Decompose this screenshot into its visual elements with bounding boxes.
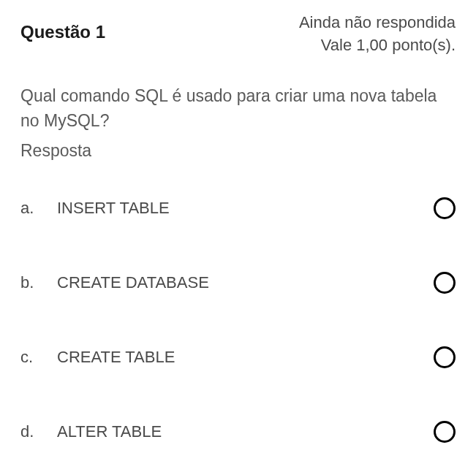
option-letter: d. bbox=[20, 422, 57, 441]
option-text: ALTER TABLE bbox=[57, 422, 162, 441]
option-left: a. INSERT TABLE bbox=[20, 199, 170, 218]
option-text: INSERT TABLE bbox=[57, 199, 170, 218]
option-left: d. ALTER TABLE bbox=[20, 422, 162, 441]
option-c[interactable]: c. CREATE TABLE bbox=[20, 346, 456, 368]
radio-icon[interactable] bbox=[434, 421, 456, 443]
option-left: c. CREATE TABLE bbox=[20, 348, 175, 367]
option-letter: a. bbox=[20, 199, 57, 218]
option-d[interactable]: d. ALTER TABLE bbox=[20, 421, 456, 443]
status-not-answered: Ainda não respondida bbox=[299, 12, 456, 34]
option-text: CREATE TABLE bbox=[57, 348, 175, 367]
option-letter: c. bbox=[20, 348, 57, 367]
radio-icon[interactable] bbox=[434, 197, 456, 219]
option-left: b. CREATE DATABASE bbox=[20, 273, 209, 292]
radio-icon[interactable] bbox=[434, 346, 456, 368]
radio-icon[interactable] bbox=[434, 272, 456, 294]
option-text: CREATE DATABASE bbox=[57, 273, 209, 292]
option-a[interactable]: a. INSERT TABLE bbox=[20, 197, 456, 219]
option-b[interactable]: b. CREATE DATABASE bbox=[20, 272, 456, 294]
option-letter: b. bbox=[20, 273, 57, 292]
question-header: Questão 1 Ainda não respondida Vale 1,00… bbox=[20, 12, 456, 57]
question-title: Questão 1 bbox=[20, 22, 105, 42]
answer-label: Resposta bbox=[20, 141, 456, 161]
status-block: Ainda não respondida Vale 1,00 ponto(s). bbox=[299, 12, 456, 57]
status-points: Vale 1,00 ponto(s). bbox=[299, 34, 456, 57]
question-text: Qual comando SQL é usado para criar uma … bbox=[20, 83, 456, 134]
